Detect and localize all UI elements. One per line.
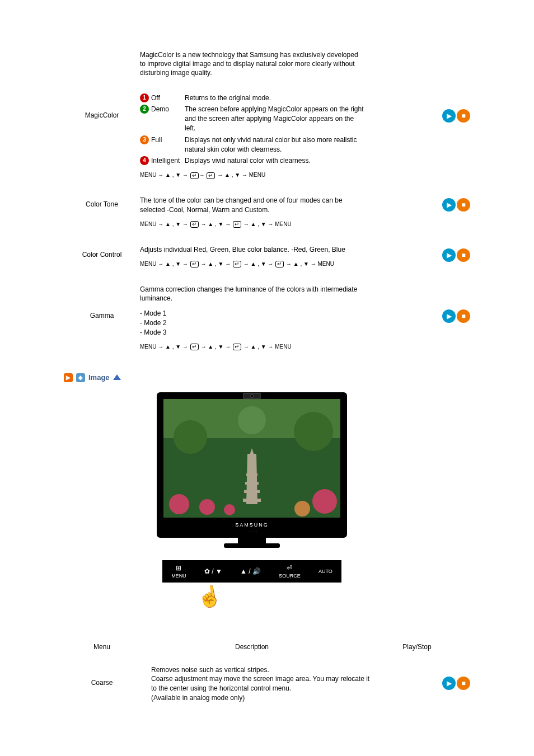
svg-text:· · · · · ·: · · · · · · (247, 529, 257, 533)
play-icon[interactable]: ▶ (442, 109, 456, 123)
svg-rect-11 (247, 465, 256, 468)
osd-brand: SAMSUNG (235, 522, 269, 528)
stop-icon[interactable]: ■ (457, 198, 470, 212)
button-bar: ⊞ MENU ✿ / ▼ ▲ / 🔊 ⏎ SOURCE AUTO (162, 560, 341, 583)
monitor-figure: SAMSUNG · · · · · · ⊞ MENU ✿ / ▼ ▲ / 🔊 ⏎ (140, 392, 364, 615)
colortone-menu-path: MENU → ▲ , ▼ → ↵ → ▲ , ▼ → ↵ → ▲ , ▼ → M… (140, 220, 364, 228)
enter-icon: ⏎ (287, 564, 292, 572)
mode-intelligent-desc: Displays vivid natural color with clearn… (185, 156, 364, 166)
svg-point-16 (312, 489, 337, 514)
coarse-line1: Removes noise such as vertical stripes. (151, 665, 375, 675)
mode-off-name: Off (151, 93, 185, 103)
svg-point-14 (169, 494, 189, 514)
svg-point-15 (199, 499, 215, 515)
svg-marker-6 (246, 454, 257, 504)
header-description: Description (140, 643, 364, 651)
button-up-vol[interactable]: ▲ / 🔊 (240, 567, 261, 575)
button-source[interactable]: ⏎ SOURCE (279, 564, 301, 579)
stop-icon[interactable]: ■ (457, 248, 470, 262)
coarse-line2: Coarse adjustment may move the screen im… (151, 674, 375, 693)
gamma-desc: Gamma correction changes the luminance o… (140, 285, 364, 304)
colortone-desc: The tone of the color can be changed and… (140, 196, 364, 215)
row-magiccolor: MagicColor 1 Off Returns to the original… (64, 93, 470, 180)
header-playstop: Play/Stop (364, 643, 470, 651)
settings-down-icon: ✿ / ▼ (204, 567, 222, 575)
numbered-badge-3: 3 (140, 135, 149, 144)
svg-rect-21 (224, 543, 280, 548)
section-icon-play: ▶ (64, 373, 73, 382)
hand-icon: ☝ (195, 583, 224, 610)
numbered-badge-1: 1 (140, 93, 149, 102)
up-vol-icon: ▲ / 🔊 (240, 567, 261, 575)
svg-rect-20 (238, 538, 266, 543)
magiccolor-menu-path: MENU → ▲ , ▼ → ↵→ ↵ → ▲ , ▼ → MENU (140, 171, 364, 179)
coarse-line3: (Available in analog mode only) (151, 693, 375, 703)
gamma-label: Gamma (64, 285, 140, 320)
intro-text: MagicColor is a new technology that Sams… (140, 50, 364, 78)
svg-point-4 (294, 412, 333, 451)
svg-rect-9 (245, 482, 259, 485)
section-title-image: Image (88, 373, 110, 382)
mode-demo-name: Demo (151, 105, 185, 114)
row-colorcontrol: Color Control Adjusts individual Red, Gr… (64, 245, 470, 268)
gamma-mode3: - Mode 3 (140, 328, 364, 337)
numbered-badge-4: 4 (140, 156, 149, 165)
svg-point-18 (224, 504, 235, 515)
button-menu-label: MENU (171, 573, 186, 579)
play-icon[interactable]: ▶ (442, 677, 456, 690)
row-coarse: Coarse Removes noise such as vertical st… (64, 665, 470, 703)
section-icon-nav: ◈ (76, 373, 85, 382)
colorcontrol-label: Color Control (64, 245, 140, 259)
button-source-label: SOURCE (279, 573, 301, 579)
table-headers: Menu Description Play/Stop (64, 643, 470, 651)
gamma-mode1: - Mode 1 (140, 309, 364, 318)
mode-full-desc: Displays not only vivid natural color bu… (185, 135, 364, 154)
stop-icon[interactable]: ■ (457, 309, 470, 323)
gamma-menu-path: MENU → ▲ , ▼ → ↵ → ▲ , ▼ → ↵ → ▲ , ▼ → M… (140, 343, 364, 351)
mode-intelligent-name: Intelligent (151, 156, 185, 166)
svg-rect-10 (246, 473, 257, 476)
svg-rect-8 (244, 490, 260, 493)
colortone-label: Color Tone (64, 196, 140, 208)
button-auto-label: AUTO (318, 569, 332, 574)
row-gamma: Gamma Gamma correction changes the lumin… (64, 285, 470, 351)
section-icon-triangle (113, 374, 121, 380)
menu-icon: ⊞ (176, 564, 181, 572)
colorcontrol-desc: Adjusts individual Red, Green, Blue colo… (140, 245, 364, 255)
play-icon[interactable]: ▶ (442, 248, 456, 262)
row-colortone: Color Tone The tone of the color can be … (64, 196, 470, 228)
button-menu[interactable]: ⊞ MENU (171, 564, 186, 579)
header-menu: Menu (64, 643, 140, 651)
play-icon[interactable]: ▶ (442, 309, 456, 323)
svg-point-17 (294, 501, 310, 516)
mode-demo-desc: The screen before applying MagicColor ap… (185, 105, 364, 133)
mode-off-desc: Returns to the original mode. (185, 93, 364, 103)
svg-point-5 (238, 406, 266, 434)
play-icon[interactable]: ▶ (442, 198, 456, 212)
coarse-label: Coarse (64, 665, 140, 687)
monitor-illustration: SAMSUNG · · · · · · (157, 392, 347, 549)
hand-figure: ☝ (162, 583, 341, 615)
button-settings-down[interactable]: ✿ / ▼ (204, 567, 222, 575)
stop-icon[interactable]: ■ (457, 677, 470, 690)
stop-icon[interactable]: ■ (457, 109, 470, 123)
svg-rect-7 (243, 499, 261, 502)
mode-full-name: Full (151, 135, 185, 145)
section-header-image: ▶ ◈ Image (64, 373, 470, 382)
svg-point-23 (251, 395, 254, 397)
colorcontrol-menu-path: MENU → ▲ , ▼ → ↵ → ▲ , ▼ → ↵ → ▲ , ▼ → ↵… (140, 260, 364, 268)
gamma-mode2: - Mode 2 (140, 318, 364, 328)
svg-rect-12 (249, 458, 255, 461)
numbered-badge-2: 2 (140, 105, 149, 114)
svg-point-3 (174, 420, 207, 454)
magiccolor-label: MagicColor (64, 93, 140, 119)
button-auto[interactable]: AUTO (318, 569, 332, 574)
